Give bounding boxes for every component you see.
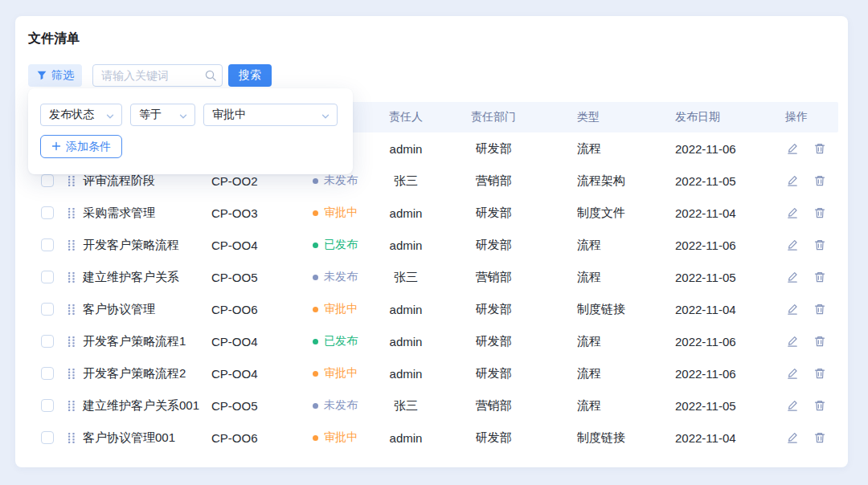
search-button[interactable]: 搜索 — [228, 64, 272, 87]
row-checkbox[interactable] — [41, 206, 54, 219]
status-label: 未发布 — [324, 173, 358, 188]
pencil-icon — [786, 431, 799, 444]
status-label: 已发布 — [324, 334, 358, 348]
owner-cell: admin — [372, 142, 440, 156]
dept-cell: 研发部 — [440, 366, 547, 381]
pencil-icon — [786, 271, 799, 283]
pencil-icon — [786, 206, 799, 219]
status-dot-icon — [313, 178, 318, 184]
chevron-down-icon — [178, 111, 188, 120]
delete-button[interactable] — [813, 303, 826, 316]
delete-button[interactable] — [813, 238, 826, 251]
edit-button[interactable] — [786, 271, 799, 283]
trash-icon — [813, 206, 826, 219]
type-cell: 流程 — [547, 334, 645, 349]
status-badge: 审批中 — [313, 430, 372, 445]
add-condition-button[interactable]: 添加条件 — [40, 135, 122, 158]
file-name-cell: 客户协议管理001 — [83, 430, 211, 446]
row-checkbox[interactable] — [41, 271, 54, 283]
edit-button[interactable] — [786, 335, 799, 348]
dept-cell: 研发部 — [440, 334, 547, 349]
drag-handle-icon[interactable] — [68, 432, 83, 444]
row-checkbox[interactable] — [41, 399, 54, 412]
delete-button[interactable] — [813, 142, 826, 155]
delete-button[interactable] — [813, 206, 826, 219]
edit-button[interactable] — [786, 206, 799, 219]
pencil-icon — [786, 238, 799, 251]
edit-button[interactable] — [786, 431, 799, 444]
row-checkbox[interactable] — [41, 303, 54, 316]
trash-icon — [813, 431, 826, 444]
toolbar: 筛选 搜索 — [28, 64, 272, 87]
status-dot-icon — [313, 403, 318, 409]
drag-handle-icon[interactable] — [68, 336, 83, 348]
funnel-icon — [36, 70, 47, 81]
drag-handle-icon[interactable] — [68, 207, 83, 219]
row-checkbox[interactable] — [41, 431, 54, 444]
dept-cell: 营销部 — [440, 398, 547, 414]
drag-handle-icon[interactable] — [68, 368, 83, 380]
filter-value-select[interactable]: 审批中 — [203, 104, 338, 126]
search-input[interactable] — [92, 64, 223, 87]
ops-cell — [755, 271, 838, 283]
type-cell: 流程 — [547, 398, 645, 414]
ops-cell — [755, 335, 838, 348]
edit-button[interactable] — [786, 303, 799, 316]
dept-cell: 研发部 — [440, 238, 547, 253]
type-cell: 制度文件 — [547, 206, 645, 221]
delete-button[interactable] — [813, 335, 826, 348]
file-name-cell: 建立维护客户关系 — [83, 270, 211, 285]
ops-cell — [755, 238, 838, 251]
trash-icon — [813, 367, 826, 380]
filter-button[interactable]: 筛选 — [28, 64, 82, 87]
filter-operator-select[interactable]: 等于 — [130, 104, 195, 126]
filter-field-select[interactable]: 发布状态 — [40, 104, 122, 126]
status-dot-icon — [313, 210, 318, 216]
file-name-cell: 开发客户策略流程2 — [83, 366, 211, 381]
ops-cell — [755, 367, 838, 380]
row-checkbox[interactable] — [41, 238, 54, 251]
drag-cell — [68, 239, 83, 251]
delete-button[interactable] — [813, 367, 826, 380]
status-dot-icon — [313, 371, 318, 377]
owner-cell: admin — [372, 367, 440, 381]
edit-button[interactable] — [786, 238, 799, 251]
file-name-cell: 建立维护客户关系001 — [83, 398, 211, 414]
drag-handle-icon[interactable] — [68, 175, 83, 187]
trash-icon — [813, 303, 826, 316]
column-header-type: 类型 — [547, 110, 645, 124]
date-cell: 2022-11-05 — [645, 174, 755, 188]
type-cell: 制度链接 — [547, 302, 645, 317]
drag-handle-icon[interactable] — [68, 400, 83, 412]
delete-button[interactable] — [813, 174, 826, 187]
drag-handle-icon[interactable] — [68, 304, 83, 316]
type-cell: 流程 — [547, 141, 645, 157]
edit-button[interactable] — [786, 399, 799, 412]
status-badge: 未发布 — [313, 398, 372, 413]
edit-button[interactable] — [786, 142, 799, 155]
status-dot-icon — [313, 307, 318, 312]
edit-button[interactable] — [786, 174, 799, 187]
delete-button[interactable] — [813, 271, 826, 283]
delete-button[interactable] — [813, 431, 826, 444]
delete-button[interactable] — [813, 399, 826, 412]
table-row: 开发客户策略流程 CP-OO4 已发布 admin 研发部 流程 2022-11… — [29, 229, 838, 261]
owner-cell: admin — [372, 335, 440, 348]
table-body: admin 研发部 流程 2022-11-06 — [29, 132, 838, 454]
edit-button[interactable] — [786, 367, 799, 380]
drag-cell — [68, 271, 83, 283]
checkbox-cell — [29, 367, 68, 380]
status-dot-icon — [313, 243, 318, 248]
type-cell: 流程架构 — [547, 173, 645, 189]
row-checkbox[interactable] — [41, 335, 54, 348]
column-header-dept: 责任部门 — [440, 110, 547, 124]
date-cell: 2022-11-06 — [645, 238, 755, 252]
drag-cell — [68, 207, 83, 219]
row-checkbox[interactable] — [41, 367, 54, 380]
pencil-icon — [786, 367, 799, 380]
drag-cell — [68, 400, 83, 412]
drag-handle-icon[interactable] — [68, 271, 83, 283]
row-checkbox[interactable] — [41, 174, 54, 187]
file-code-cell: CP-OO4 — [211, 335, 313, 348]
drag-handle-icon[interactable] — [68, 239, 83, 251]
